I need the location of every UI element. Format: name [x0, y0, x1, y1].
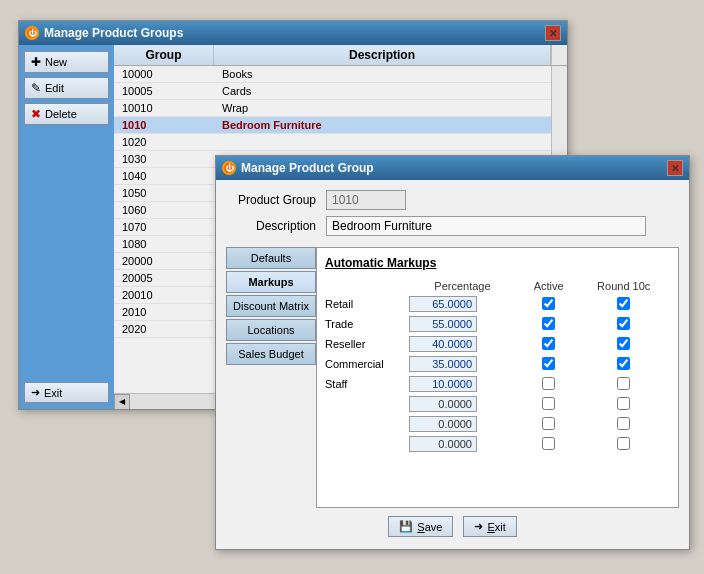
dialog-titlebar: ⏻ Manage Product Group ✕: [216, 156, 689, 180]
tab-locations[interactable]: Locations: [226, 319, 316, 341]
reseller-active-checkbox[interactable]: [542, 337, 555, 350]
markup-label: Reseller: [325, 334, 405, 354]
table-row[interactable]: 1020: [114, 134, 551, 151]
extra3-round10c-checkbox[interactable]: [617, 437, 630, 450]
col-active-header: Active: [520, 278, 577, 294]
markup-row-reseller: Reseller: [325, 334, 670, 354]
dialog-close-button[interactable]: ✕: [667, 160, 683, 176]
markup-percentage-cell: [405, 394, 520, 414]
markup-round10c-cell: [577, 294, 670, 314]
retail-active-checkbox[interactable]: [542, 297, 555, 310]
exit-icon: ➜: [31, 386, 40, 399]
commercial-round10c-checkbox[interactable]: [617, 357, 630, 370]
markup-row-staff: Staff: [325, 374, 670, 394]
new-icon: ✚: [31, 55, 41, 69]
extra2-active-checkbox[interactable]: [542, 417, 555, 430]
extra1-active-checkbox[interactable]: [542, 397, 555, 410]
column-description: Description: [214, 45, 551, 65]
description-row: Description: [226, 216, 679, 236]
staff-active-checkbox[interactable]: [542, 377, 555, 390]
col-percentage-header: Percentage: [405, 278, 520, 294]
delete-icon: ✖: [31, 107, 41, 121]
tab-section: Defaults Markups Discount Matrix Locatio…: [226, 247, 679, 508]
table-row[interactable]: 10000 Books: [114, 66, 551, 83]
tab-markups-label: Markups: [248, 276, 293, 288]
scroll-left-button[interactable]: ◀: [114, 394, 130, 410]
markup-active-cell: [520, 314, 577, 334]
extra1-round10c-checkbox[interactable]: [617, 397, 630, 410]
description-label: Description: [226, 219, 316, 233]
table-row-selected[interactable]: 1010 Bedroom Furniture: [114, 117, 551, 134]
markup-row-extra1: [325, 394, 670, 414]
markup-row-extra2: [325, 414, 670, 434]
product-group-label: Product Group: [226, 193, 316, 207]
col-round10c-header: Round 10c: [577, 278, 670, 294]
markup-row-trade: Trade: [325, 314, 670, 334]
markup-label: [325, 434, 405, 454]
tab-defaults-label: Defaults: [251, 252, 291, 264]
product-group-input[interactable]: [326, 190, 406, 210]
save-button-label: Save: [417, 521, 442, 533]
retail-percentage-input[interactable]: [409, 296, 477, 312]
table-row[interactable]: 10010 Wrap: [114, 100, 551, 117]
reseller-percentage-input[interactable]: [409, 336, 477, 352]
dialog-footer: 💾 Save ➜ Exit: [226, 508, 679, 539]
extra3-percentage-input[interactable]: [409, 436, 477, 452]
markup-label: [325, 394, 405, 414]
new-button[interactable]: ✚ New: [24, 51, 109, 73]
dialog-content: Product Group Description Defaults Marku…: [216, 180, 689, 549]
markup-percentage-cell: [405, 374, 520, 394]
extra2-round10c-checkbox[interactable]: [617, 417, 630, 430]
description-input[interactable]: [326, 216, 646, 236]
tab-sales-budget[interactable]: Sales Budget: [226, 343, 316, 365]
markup-percentage-cell: [405, 354, 520, 374]
main-window-close-button[interactable]: ✕: [545, 25, 561, 41]
exit-button-label: Exit: [44, 387, 62, 399]
reseller-round10c-checkbox[interactable]: [617, 337, 630, 350]
edit-icon: ✎: [31, 81, 41, 95]
trade-percentage-input[interactable]: [409, 316, 477, 332]
save-button[interactable]: 💾 Save: [388, 516, 453, 537]
extra1-percentage-input[interactable]: [409, 396, 477, 412]
tab-markups[interactable]: Markups: [226, 271, 316, 293]
tab-discount-matrix-label: Discount Matrix: [233, 300, 309, 312]
commercial-active-checkbox[interactable]: [542, 357, 555, 370]
tab-sidebar: Defaults Markups Discount Matrix Locatio…: [226, 247, 316, 508]
markup-label: Trade: [325, 314, 405, 334]
extra2-percentage-input[interactable]: [409, 416, 477, 432]
trade-round10c-checkbox[interactable]: [617, 317, 630, 330]
staff-round10c-checkbox[interactable]: [617, 377, 630, 390]
main-window-icon: ⏻: [25, 26, 39, 40]
markups-table: Percentage Active Round 10c Retail: [325, 278, 670, 454]
edit-button[interactable]: ✎ Edit: [24, 77, 109, 99]
markup-label: [325, 414, 405, 434]
scrollbar-header: [551, 45, 567, 65]
markup-active-cell: [520, 334, 577, 354]
markup-round10c-cell: [577, 394, 670, 414]
markup-percentage-cell: [405, 314, 520, 334]
col-name-header: [325, 278, 405, 294]
tab-defaults[interactable]: Defaults: [226, 247, 316, 269]
main-toolbar: ✚ New ✎ Edit ✖ Delete ➜ Exit: [19, 45, 114, 409]
markup-active-cell: [520, 294, 577, 314]
commercial-percentage-input[interactable]: [409, 356, 477, 372]
tab-sales-budget-label: Sales Budget: [238, 348, 303, 360]
column-group: Group: [114, 45, 214, 65]
tab-locations-label: Locations: [247, 324, 294, 336]
markup-percentage-cell: [405, 334, 520, 354]
save-icon: 💾: [399, 520, 413, 533]
staff-percentage-input[interactable]: [409, 376, 477, 392]
markup-percentage-cell: [405, 414, 520, 434]
dialog-exit-button[interactable]: ➜ Exit: [463, 516, 516, 537]
exit-button[interactable]: ➜ Exit: [24, 382, 109, 403]
edit-button-label: Edit: [45, 82, 64, 94]
table-row[interactable]: 10005 Cards: [114, 83, 551, 100]
markups-heading: Automatic Markups: [325, 256, 670, 270]
markup-round10c-cell: [577, 354, 670, 374]
trade-active-checkbox[interactable]: [542, 317, 555, 330]
extra3-active-checkbox[interactable]: [542, 437, 555, 450]
delete-button[interactable]: ✖ Delete: [24, 103, 109, 125]
tab-discount-matrix[interactable]: Discount Matrix: [226, 295, 316, 317]
retail-round10c-checkbox[interactable]: [617, 297, 630, 310]
dialog-exit-icon: ➜: [474, 520, 483, 533]
